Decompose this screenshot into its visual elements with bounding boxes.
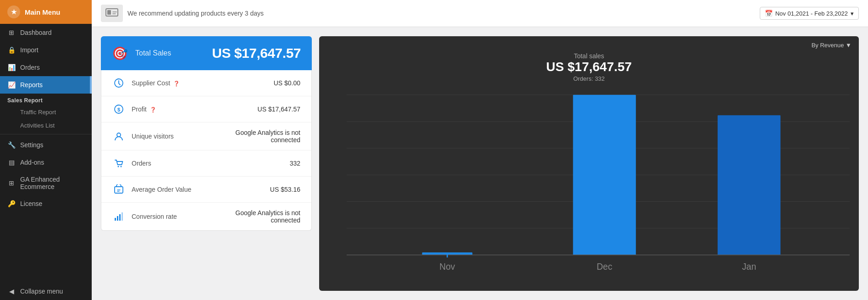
chart-subtitle: Orders: 332 <box>319 75 859 82</box>
profit-label: Profit ❓ <box>132 106 213 113</box>
orders-icon: 📊 <box>7 63 16 72</box>
left-panel: 🎯 Total Sales US $17,647.57 Supplier Cos… <box>101 36 312 291</box>
bar-chart: 7,000 6,000 5,000 4,000 3,000 2,000 <box>347 89 850 279</box>
svg-text:Nov: Nov <box>439 262 455 272</box>
total-sales-icon: 🎯 <box>112 46 128 61</box>
sidebar-sub-traffic-report[interactable]: Traffic Report <box>0 106 92 119</box>
supplier-cost-value: US $0.00 <box>219 79 300 87</box>
sidebar-item-label: Collapse menu <box>20 288 63 295</box>
sidebar-header[interactable]: ★ Main Menu <box>0 0 92 24</box>
metric-row-orders: Orders 332 <box>101 150 311 177</box>
unique-visitors-value: Google Analytics is not connected <box>219 129 300 144</box>
sidebar-item-settings[interactable]: 🔧 Settings <box>0 136 92 154</box>
date-range-picker[interactable]: 📅 Nov 01,2021 - Feb 23,2022 ▾ <box>760 7 859 20</box>
dashboard-icon: ⊞ <box>7 28 16 37</box>
sidebar-item-label: Settings <box>20 141 44 149</box>
supplier-cost-icon <box>112 77 125 89</box>
svg-rect-9 <box>115 218 116 221</box>
svg-rect-11 <box>119 214 121 221</box>
supplier-cost-label: Supplier Cost ❓ <box>132 79 213 87</box>
reports-icon: 📈 <box>7 81 16 89</box>
chart-main-value: US $17,647.57 <box>319 60 859 74</box>
svg-text:Dec: Dec <box>597 262 612 272</box>
metrics-card: Supplier Cost ❓ US $0.00 $ Profit ❓ US <box>101 70 312 231</box>
main-content: We recommend updating products every 3 d… <box>92 0 868 300</box>
by-revenue-button[interactable]: By Revenue ▼ <box>812 42 851 49</box>
sidebar-item-label: Dashboard <box>20 29 52 36</box>
sidebar-item-label: GA Enhanced Ecommerce <box>20 176 84 190</box>
metric-row-supplier-cost: Supplier Cost ❓ US $0.00 <box>101 70 311 96</box>
collapse-icon: ◀ <box>7 287 16 295</box>
sidebar-item-label: Orders <box>20 64 40 71</box>
sidebar-item-ga-enhanced[interactable]: ⊞ GA Enhanced Ecommerce <box>0 171 92 195</box>
chart-title-area: Total sales US $17,647.57 Orders: 332 <box>319 49 859 84</box>
unique-visitors-icon <box>112 130 125 143</box>
svg-text:Jan: Jan <box>742 262 756 272</box>
chart-area: 7,000 6,000 5,000 4,000 3,000 2,000 <box>319 84 859 291</box>
top-bar-left: We recommend updating products every 3 d… <box>101 5 264 22</box>
content-area: 🎯 Total Sales US $17,647.57 Supplier Cos… <box>92 27 868 300</box>
svg-point-6 <box>118 166 119 167</box>
import-icon: 🔒 <box>7 46 16 54</box>
chart-header: By Revenue ▼ <box>319 36 859 49</box>
svg-point-7 <box>121 166 122 167</box>
settings-icon: 🔧 <box>7 141 16 149</box>
orders-metric-icon <box>112 157 125 170</box>
unique-visitors-label: Unique visitors <box>132 133 213 140</box>
sidebar-item-license[interactable]: 🔑 License <box>0 195 92 212</box>
sidebar-item-reports[interactable]: 📈 Reports <box>0 76 92 94</box>
svg-rect-10 <box>117 216 118 221</box>
svg-rect-28 <box>718 115 780 255</box>
sidebar: ★ Main Menu ⊞ Dashboard 🔒 Import 📊 Order… <box>0 0 92 300</box>
chart-title: Total sales <box>319 52 859 60</box>
metric-row-avg-order: Average Order Value US $53.16 <box>101 177 311 203</box>
sidebar-item-label: License <box>20 200 42 207</box>
profit-help[interactable]: ❓ <box>150 107 156 112</box>
date-picker-chevron: ▾ <box>851 10 854 17</box>
sidebar-sub-activities-list[interactable]: Activities List <box>0 119 92 132</box>
date-range-value: Nov 01,2021 - Feb 23,2022 <box>775 10 848 17</box>
addons-icon: ▤ <box>7 158 16 167</box>
orders-metric-value: 332 <box>219 160 300 167</box>
sidebar-item-dashboard[interactable]: ⊞ Dashboard <box>0 24 92 41</box>
sales-report-section: Sales Report <box>0 94 92 106</box>
sidebar-item-addons[interactable]: ▤ Add-ons <box>0 154 92 171</box>
profit-icon: $ <box>112 103 125 116</box>
profit-value: US $17,647.57 <box>219 106 300 113</box>
svg-rect-12 <box>122 212 123 221</box>
main-menu-icon: ★ <box>7 6 20 18</box>
update-icon <box>101 5 123 22</box>
svg-rect-1 <box>107 10 111 15</box>
sidebar-item-orders[interactable]: 📊 Orders <box>0 59 92 76</box>
sidebar-item-import[interactable]: 🔒 Import <box>0 41 92 59</box>
sidebar-item-label: Add-ons <box>20 159 44 166</box>
sidebar-divider <box>0 134 92 134</box>
conversion-label: Conversion rate <box>132 213 213 220</box>
license-icon: 🔑 <box>7 200 16 208</box>
total-sales-card: 🎯 Total Sales US $17,647.57 <box>101 36 312 70</box>
metric-row-profit: $ Profit ❓ US $17,647.57 <box>101 96 311 122</box>
supplier-cost-help[interactable]: ❓ <box>173 81 180 86</box>
calendar-icon: 📅 <box>765 10 773 17</box>
total-sales-value: US $17,647.57 <box>212 45 301 61</box>
svg-rect-27 <box>573 95 636 255</box>
top-bar: We recommend updating products every 3 d… <box>92 0 868 27</box>
by-revenue-label: By Revenue ▼ <box>812 42 851 49</box>
avg-order-label: Average Order Value <box>132 186 213 193</box>
sidebar-header-label: Main Menu <box>25 8 61 16</box>
svg-text:$: $ <box>117 107 120 112</box>
metric-row-unique-visitors: Unique visitors Google Analytics is not … <box>101 122 311 150</box>
sidebar-item-label: Import <box>20 46 39 54</box>
orders-metric-label: Orders <box>132 160 213 167</box>
conversion-value: Google Analytics is not connected <box>219 209 300 224</box>
conversion-icon <box>112 210 125 223</box>
svg-point-5 <box>117 133 121 137</box>
metric-row-conversion: Conversion rate Google Analytics is not … <box>101 203 311 230</box>
chart-panel: By Revenue ▼ Total sales US $17,647.57 O… <box>319 36 859 291</box>
avg-order-value: US $53.16 <box>219 186 300 193</box>
ga-icon: ⊞ <box>7 179 16 187</box>
total-sales-label: Total Sales <box>135 49 205 57</box>
sidebar-item-label: Reports <box>20 81 43 89</box>
sidebar-item-collapse[interactable]: ◀ Collapse menu <box>0 283 92 300</box>
avg-order-icon <box>112 183 125 196</box>
